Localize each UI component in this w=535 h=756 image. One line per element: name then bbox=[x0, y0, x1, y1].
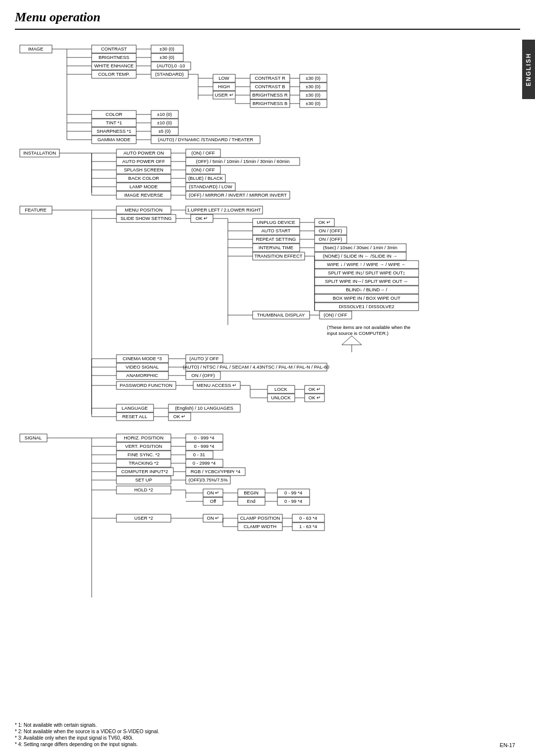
svg-text:End: End bbox=[247, 498, 256, 504]
svg-text:(These items are not available: (These items are not available when the bbox=[327, 324, 410, 330]
svg-text:HIGH: HIGH bbox=[218, 84, 230, 89]
svg-text:LANGUAGE: LANGUAGE bbox=[122, 405, 148, 411]
svg-text:BRIGHTNESS R: BRIGHTNESS R bbox=[252, 92, 287, 98]
svg-text:VIDEO SIGNAL: VIDEO SIGNAL bbox=[125, 364, 159, 370]
svg-text:±30 (0): ±30 (0) bbox=[306, 84, 321, 89]
svg-text:(5sec) / 10sec / 30sec / 1min : (5sec) / 10sec / 30sec / 1min / 3min bbox=[323, 245, 397, 250]
svg-text:Off: Off bbox=[210, 498, 216, 504]
svg-text:AUTO POWER ON: AUTO POWER ON bbox=[123, 150, 164, 156]
svg-text:IMAGE: IMAGE bbox=[28, 46, 44, 52]
svg-text:IMAGE REVERSE: IMAGE REVERSE bbox=[124, 192, 163, 198]
svg-text:TINT    *1: TINT *1 bbox=[106, 120, 122, 125]
footnote-3: * 3: Available only when the input signa… bbox=[15, 735, 520, 741]
svg-text:TRANSITION EFFECT: TRANSITION EFFECT bbox=[254, 253, 302, 259]
svg-text:±10 (0): ±10 (0) bbox=[157, 120, 172, 125]
svg-text:(OFF) / MIRROR / INVERT / MIRR: (OFF) / MIRROR / INVERT / MIRROR INVERT bbox=[189, 192, 287, 198]
svg-text:CLAMP WIDTH: CLAMP WIDTH bbox=[244, 524, 276, 529]
svg-text:ANAMORPHIC: ANAMORPHIC bbox=[126, 373, 159, 378]
svg-text:FINE SYNC.   *2: FINE SYNC. *2 bbox=[128, 452, 160, 457]
svg-text:±5 (0): ±5 (0) bbox=[159, 128, 171, 134]
svg-text:ON ↵: ON ↵ bbox=[207, 490, 219, 495]
svg-text:RGB / YCBCr/YPBPr  *4: RGB / YCBCr/YPBPr *4 bbox=[191, 469, 241, 474]
svg-text:AUTO POWER OFF: AUTO POWER OFF bbox=[122, 159, 165, 164]
svg-text:SLIDE SHOW SETTING: SLIDE SHOW SETTING bbox=[120, 216, 171, 221]
svg-text:SHARPNESS *1: SHARPNESS *1 bbox=[97, 128, 131, 134]
svg-text:DISSOLVE1 / DISSOLVE2: DISSOLVE1 / DISSOLVE2 bbox=[339, 304, 394, 309]
svg-text:OK ↵: OK ↵ bbox=[319, 219, 330, 225]
svg-text:(OFF)/3.75%/7.5%: (OFF)/3.75%/7.5% bbox=[188, 477, 228, 483]
svg-text:CINEMA MODE  *3: CINEMA MODE *3 bbox=[122, 356, 161, 361]
svg-text:UNPLUG DEVICE: UNPLUG DEVICE bbox=[257, 219, 295, 225]
svg-text:TRACKING    *2: TRACKING *2 bbox=[129, 460, 159, 466]
svg-text:ON ↵: ON ↵ bbox=[207, 515, 219, 521]
svg-text:±30 (0): ±30 (0) bbox=[160, 46, 174, 52]
svg-text:±30 (0): ±30 (0) bbox=[306, 101, 321, 106]
page-number: EN-17 bbox=[500, 742, 515, 748]
svg-text:(BLUE) / BLACK: (BLUE) / BLACK bbox=[188, 175, 223, 181]
svg-text:0 - 999    *4: 0 - 999 *4 bbox=[194, 443, 214, 449]
svg-text:0 - 63      *4: 0 - 63 *4 bbox=[299, 515, 317, 521]
svg-text:CONTRAST R: CONTRAST R bbox=[255, 75, 285, 81]
svg-text:1 - 63      *4: 1 - 63 *4 bbox=[299, 524, 317, 529]
svg-text:BOX WIPE IN / BOX WIPE OUT: BOX WIPE IN / BOX WIPE OUT bbox=[333, 295, 401, 301]
footnote-2: * 2: Not available when the source is a … bbox=[15, 729, 520, 734]
svg-text:OK ↵: OK ↵ bbox=[309, 395, 321, 400]
svg-text:LAMP MODE: LAMP MODE bbox=[130, 184, 158, 189]
svg-text:VERT. POSITION: VERT. POSITION bbox=[125, 443, 162, 449]
svg-text:WIPE ↓ / WIPE ↑ / WIPE → / WIP: WIPE ↓ / WIPE ↑ / WIPE → / WIPE ← bbox=[327, 262, 406, 267]
svg-text:(NONE) / SLIDE IN ← /SLIDE IN : (NONE) / SLIDE IN ← /SLIDE IN → bbox=[323, 253, 397, 259]
svg-text:FEATURE: FEATURE bbox=[25, 207, 47, 213]
svg-text:0 - 99      *4: 0 - 99 *4 bbox=[284, 490, 302, 495]
footnote-1: * 1: Not available with certain signals. bbox=[15, 722, 520, 728]
svg-text:±10 (0): ±10 (0) bbox=[157, 111, 172, 117]
svg-text:(STANDARD) / LOW: (STANDARD) / LOW bbox=[189, 184, 232, 189]
svg-text:BRIGHTNESS: BRIGHTNESS bbox=[99, 54, 129, 60]
svg-text:(AUTO) / DYNAMIC /STANDARD / T: (AUTO) / DYNAMIC /STANDARD / THEATER bbox=[158, 137, 254, 142]
svg-text:THUMBNAIL DISPLAY: THUMBNAIL DISPLAY bbox=[257, 312, 305, 318]
english-tab: ENGLISH bbox=[522, 40, 535, 99]
svg-text:LOW: LOW bbox=[218, 75, 229, 81]
svg-text:(ON) / OFF: (ON) / OFF bbox=[191, 167, 215, 172]
svg-text:input source is COMPUTER.): input source is COMPUTER.) bbox=[327, 330, 388, 336]
svg-text:USER         *2: USER *2 bbox=[134, 515, 153, 521]
svg-text:RESET ALL: RESET ALL bbox=[122, 414, 148, 419]
svg-text:(ON) / OFF: (ON) / OFF bbox=[191, 150, 215, 156]
svg-line-201 bbox=[352, 336, 362, 345]
svg-text:USER ↵: USER ↵ bbox=[214, 92, 233, 98]
svg-text:BACK COLOR: BACK COLOR bbox=[128, 175, 159, 181]
svg-text:ON / (OFF): ON / (OFF) bbox=[319, 228, 342, 233]
svg-text:±30 (0): ±30 (0) bbox=[306, 75, 321, 81]
svg-text:ON / (OFF): ON / (OFF) bbox=[191, 373, 215, 378]
svg-text:±30 (0): ±30 (0) bbox=[160, 54, 174, 60]
footnote-4: * 4: Setting range differs depending on … bbox=[15, 742, 520, 747]
svg-text:OK ↵: OK ↵ bbox=[173, 414, 185, 419]
svg-text:BLIND↓ / BLIND→ /: BLIND↓ / BLIND→ / bbox=[346, 287, 387, 292]
svg-text:PASSWORD FUNCTION: PASSWORD FUNCTION bbox=[120, 382, 173, 388]
svg-text:(AUTO )/ OFF: (AUTO )/ OFF bbox=[189, 356, 219, 361]
svg-line-200 bbox=[342, 336, 352, 345]
svg-text:(ON) / OFF: (ON) / OFF bbox=[323, 312, 347, 318]
svg-text:(AUTO) / NTSC / PAL / SECAM / : (AUTO) / NTSC / PAL / SECAM / 4.43NTSC /… bbox=[183, 364, 329, 370]
svg-text:BEGIN: BEGIN bbox=[244, 490, 259, 495]
svg-text:CLAMP POSITION: CLAMP POSITION bbox=[240, 515, 280, 521]
svg-text:UNLOCK: UNLOCK bbox=[271, 395, 291, 400]
svg-text:ON / (OFF): ON / (OFF) bbox=[319, 236, 342, 242]
svg-text:SPLIT WIPE IN↔/ SPLIT WIPE OUT: SPLIT WIPE IN↔/ SPLIT WIPE OUT ↔ bbox=[325, 278, 408, 284]
svg-text:COLOR: COLOR bbox=[106, 111, 122, 117]
svg-text:MENU ACCESS ↵: MENU ACCESS ↵ bbox=[197, 382, 236, 388]
svg-text:BRIGHTNESS B: BRIGHTNESS B bbox=[253, 101, 288, 106]
svg-text:AUTO START: AUTO START bbox=[261, 228, 290, 233]
svg-text:1.UPPER LEFT / 2.LOWER RIGHT: 1.UPPER LEFT / 2.LOWER RIGHT bbox=[187, 207, 261, 213]
svg-text:HOLD         *2: HOLD *2 bbox=[134, 487, 153, 492]
svg-text:LOCK: LOCK bbox=[274, 386, 288, 392]
svg-text:CONTRAST: CONTRAST bbox=[101, 46, 127, 52]
svg-text:±30 (0): ±30 (0) bbox=[306, 92, 321, 98]
svg-text:GAMMA MODE: GAMMA MODE bbox=[98, 137, 131, 142]
svg-text:INSTALLATION: INSTALLATION bbox=[23, 150, 56, 156]
svg-text:0 - 999    *4: 0 - 999 *4 bbox=[194, 435, 214, 440]
svg-text:0 - 2999  *4: 0 - 2999 *4 bbox=[193, 460, 215, 466]
footnotes: * 1: Not available with certain signals.… bbox=[15, 722, 520, 747]
svg-text:(OFF) / 5min / 10min / 15min /: (OFF) / 5min / 10min / 15min / 30min / 6… bbox=[196, 159, 289, 164]
svg-text:0 - 99      *4: 0 - 99 *4 bbox=[284, 498, 302, 504]
svg-text:COLOR TEMP.: COLOR TEMP. bbox=[98, 71, 130, 77]
